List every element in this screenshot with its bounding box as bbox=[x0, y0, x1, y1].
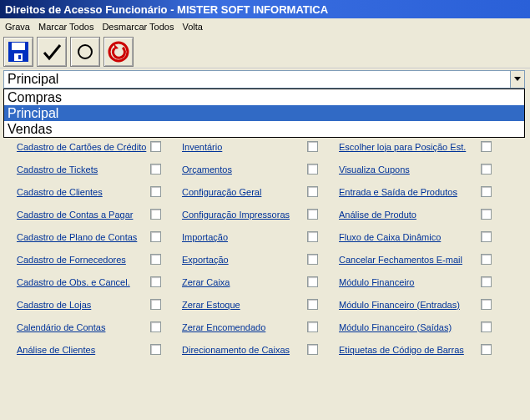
checkbox-cell bbox=[150, 254, 182, 265]
permission-link[interactable]: Calendário de Contas bbox=[17, 322, 150, 332]
checkbox-cell bbox=[481, 186, 506, 197]
permission-checkbox[interactable] bbox=[307, 164, 318, 175]
menu-volta[interactable]: Volta bbox=[182, 22, 202, 32]
chevron-down-icon[interactable] bbox=[510, 71, 524, 88]
permissions-row: Cadastro de TicketsOrçamentosVisualiza C… bbox=[17, 158, 522, 180]
permission-link[interactable]: Cadastro de Fornecedores bbox=[17, 255, 150, 265]
permission-link[interactable]: Zerar Encomendado bbox=[182, 322, 307, 332]
module-combo-wrap: Principal ComprasPrincipalVendas bbox=[3, 70, 527, 89]
permission-checkbox[interactable] bbox=[481, 186, 492, 197]
svg-rect-3 bbox=[18, 55, 21, 59]
permission-checkbox[interactable] bbox=[307, 231, 318, 242]
permission-checkbox[interactable] bbox=[481, 231, 492, 242]
permission-link[interactable]: Cadastro de Tickets bbox=[17, 164, 150, 175]
checkbox-cell bbox=[481, 276, 506, 287]
permission-link[interactable]: Direcionamento de Caixas bbox=[182, 345, 307, 355]
permission-checkbox[interactable] bbox=[481, 164, 492, 175]
permission-checkbox[interactable] bbox=[307, 254, 318, 265]
permission-link[interactable]: Cancelar Fechamentos E-mail bbox=[339, 255, 481, 265]
permission-checkbox[interactable] bbox=[150, 186, 161, 197]
checkbox-cell bbox=[307, 276, 339, 287]
permission-checkbox[interactable] bbox=[481, 321, 492, 332]
checkbox-cell bbox=[481, 321, 506, 332]
permission-link[interactable]: Módulo Financeiro (Saídas) bbox=[339, 322, 481, 332]
permission-link[interactable]: Exportação bbox=[182, 255, 307, 265]
menu-desmarcar-todos[interactable]: Desmarcar Todos bbox=[102, 22, 174, 32]
permission-checkbox[interactable] bbox=[150, 276, 161, 287]
permission-checkbox[interactable] bbox=[307, 344, 318, 355]
combo-option[interactable]: Vendas bbox=[4, 121, 524, 137]
permission-link[interactable]: Visualiza Cupons bbox=[339, 164, 481, 175]
permission-link[interactable]: Zerar Caixa bbox=[182, 277, 307, 287]
checkbox-cell bbox=[481, 141, 506, 152]
checkbox-cell bbox=[150, 141, 182, 152]
window-titlebar: Direitos de Acesso Funcionário - MISTER … bbox=[0, 0, 530, 18]
permission-checkbox[interactable] bbox=[481, 254, 492, 265]
permission-link[interactable]: Entrada e Saída de Produtos bbox=[339, 187, 481, 197]
check-all-button[interactable] bbox=[37, 37, 67, 67]
permission-link[interactable]: Cadastro de Obs. e Cancel. bbox=[17, 277, 150, 287]
permission-checkbox[interactable] bbox=[481, 344, 492, 355]
permission-checkbox[interactable] bbox=[150, 299, 161, 310]
permission-checkbox[interactable] bbox=[150, 321, 161, 332]
permission-link[interactable]: Orçamentos bbox=[182, 164, 307, 175]
permission-link[interactable]: Módulo Financeiro (Entradas) bbox=[339, 300, 481, 310]
permission-checkbox[interactable] bbox=[481, 276, 492, 287]
permission-link[interactable]: Escolher loja para Posição Est. bbox=[339, 142, 481, 152]
permission-checkbox[interactable] bbox=[307, 321, 318, 332]
permission-checkbox[interactable] bbox=[481, 299, 492, 310]
checkbox-cell bbox=[150, 231, 182, 242]
permission-link[interactable]: Importação bbox=[182, 232, 307, 242]
permission-checkbox[interactable] bbox=[307, 186, 318, 197]
permission-checkbox[interactable] bbox=[150, 164, 161, 175]
checkbox-cell bbox=[307, 164, 339, 175]
permissions-row: Cadastro de Cartões de CréditoInventário… bbox=[17, 135, 522, 158]
permission-link[interactable]: Etiquetas de Código de Barras bbox=[339, 345, 481, 355]
permission-link[interactable]: Cadastro de Lojas bbox=[17, 300, 150, 310]
permission-link[interactable]: Cadastro de Clientes bbox=[17, 187, 150, 197]
permission-checkbox[interactable] bbox=[307, 276, 318, 287]
undo-arrow-icon bbox=[107, 40, 130, 63]
checkbox-cell bbox=[307, 299, 339, 310]
menu-marcar-todos[interactable]: Marcar Todos bbox=[38, 22, 93, 32]
permission-link[interactable]: Configuração Impressoras bbox=[182, 210, 307, 220]
module-combo-value: Principal bbox=[8, 72, 58, 87]
permissions-row: Cadastro de Plano de ContasImportaçãoFlu… bbox=[17, 225, 522, 248]
permissions-row: Calendário de ContasZerar EncomendadoMód… bbox=[17, 316, 522, 338]
permission-checkbox[interactable] bbox=[150, 231, 161, 242]
permission-checkbox[interactable] bbox=[307, 209, 318, 220]
combo-option[interactable]: Principal bbox=[4, 105, 524, 121]
permission-link[interactable]: Cadastro de Cartões de Crédito bbox=[17, 142, 150, 152]
permission-checkbox[interactable] bbox=[481, 141, 492, 152]
floppy-disk-icon bbox=[7, 40, 30, 63]
uncheck-all-button[interactable] bbox=[70, 37, 100, 67]
checkbox-cell bbox=[150, 209, 182, 220]
permission-checkbox[interactable] bbox=[481, 209, 492, 220]
menubar: Grava Marcar Todos Desmarcar Todos Volta bbox=[0, 18, 530, 35]
permission-checkbox[interactable] bbox=[150, 141, 161, 152]
toolbar bbox=[0, 35, 530, 68]
permission-checkbox[interactable] bbox=[150, 344, 161, 355]
checkbox-cell bbox=[150, 164, 182, 175]
permission-link[interactable]: Análise de Clientes bbox=[17, 345, 150, 355]
menu-grava[interactable]: Grava bbox=[5, 22, 30, 32]
permission-link[interactable]: Análise de Produto bbox=[339, 210, 481, 220]
permission-link[interactable]: Configuração Geral bbox=[182, 187, 307, 197]
save-button[interactable] bbox=[3, 37, 33, 67]
checkbox-cell bbox=[150, 299, 182, 310]
permission-link[interactable]: Inventário bbox=[182, 142, 307, 152]
permission-link[interactable]: Módulo Financeiro bbox=[339, 277, 481, 287]
permissions-row: Cadastro de LojasZerar EstoqueMódulo Fin… bbox=[17, 293, 522, 316]
permission-checkbox[interactable] bbox=[150, 209, 161, 220]
permission-checkbox[interactable] bbox=[307, 299, 318, 310]
permission-link[interactable]: Fluxo de Caixa Dinâmico bbox=[339, 232, 481, 242]
combo-option[interactable]: Compras bbox=[4, 89, 524, 105]
permission-checkbox[interactable] bbox=[150, 254, 161, 265]
permission-link[interactable]: Cadastro de Plano de Contas bbox=[17, 232, 150, 242]
permission-link[interactable]: Zerar Estoque bbox=[182, 300, 307, 310]
checkbox-cell bbox=[481, 231, 506, 242]
permission-checkbox[interactable] bbox=[307, 141, 318, 152]
back-button[interactable] bbox=[103, 37, 134, 67]
module-combo[interactable]: Principal bbox=[3, 70, 525, 89]
permission-link[interactable]: Cadastro de Contas a Pagar bbox=[17, 210, 150, 220]
